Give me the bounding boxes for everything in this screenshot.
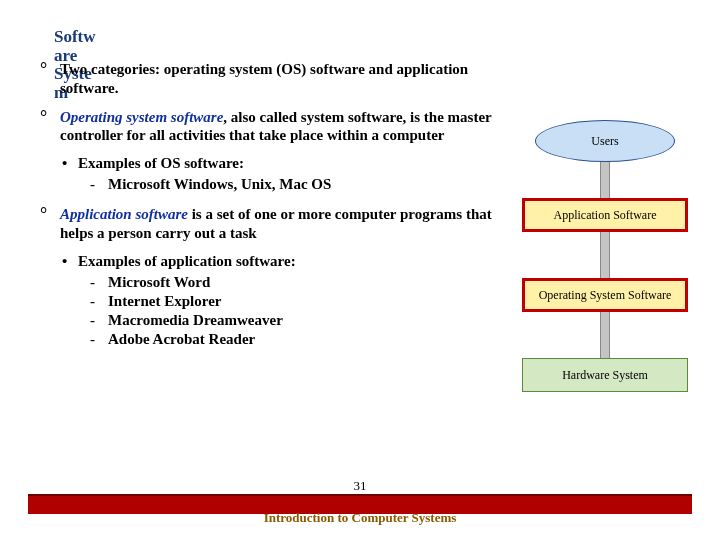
layer-diagram: Users Application Software Operating Sys…: [510, 110, 700, 420]
app-example-2: Internet Explorer: [40, 293, 510, 310]
hardware-layer: Hardware System: [522, 358, 688, 392]
bullet-categories: Two categories: operating system (OS) so…: [40, 60, 510, 98]
users-layer: Users: [535, 120, 675, 162]
connector-3: [600, 310, 610, 360]
app-example-1: Microsoft Word: [40, 274, 510, 291]
app-examples-label: Examples of application software:: [40, 253, 510, 270]
connector-1: [600, 160, 610, 200]
bullet-os: Operating system software, also called s…: [40, 108, 510, 146]
app-example-4: Adobe Acrobat Reader: [40, 331, 510, 348]
os-examples-label: Examples of OS software:: [40, 155, 510, 172]
application-layer: Application Software: [522, 198, 688, 232]
app-term: Application software: [60, 206, 188, 222]
bullet-app: Application software is a set of one or …: [40, 205, 510, 243]
app-example-3: Macromedia Dreamweaver: [40, 312, 510, 329]
os-term: Operating system software: [60, 109, 223, 125]
footer-text: Introduction to Computer Systems: [0, 510, 720, 526]
connector-2: [600, 230, 610, 280]
content-area: Two categories: operating system (OS) so…: [40, 60, 510, 350]
os-layer: Operating System Software: [522, 278, 688, 312]
os-example-1: Microsoft Windows, Unix, Mac OS: [40, 176, 510, 193]
page-number: 31: [0, 478, 720, 494]
